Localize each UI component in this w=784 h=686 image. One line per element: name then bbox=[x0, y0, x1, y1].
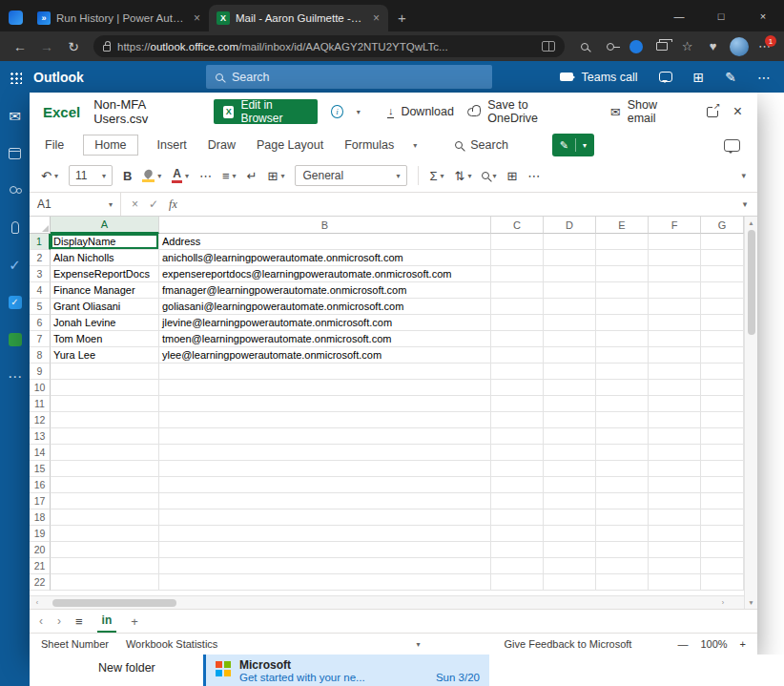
row-header-1[interactable]: 1 bbox=[30, 234, 51, 250]
cell-F8[interactable] bbox=[649, 347, 701, 364]
cell-A15[interactable] bbox=[51, 461, 159, 477]
cell-E5[interactable] bbox=[596, 299, 649, 315]
cell-C18[interactable] bbox=[491, 509, 544, 526]
row-header-10[interactable]: 10 bbox=[30, 380, 51, 396]
cell-G22[interactable] bbox=[701, 574, 744, 591]
cell-E1[interactable] bbox=[596, 234, 649, 250]
cell-D19[interactable] bbox=[544, 526, 596, 542]
cell-E11[interactable] bbox=[596, 396, 649, 412]
fill-color-button[interactable]: ▾ bbox=[142, 170, 161, 181]
cell-B14[interactable] bbox=[159, 445, 491, 461]
cell-C16[interactable] bbox=[491, 477, 544, 493]
cell-E6[interactable] bbox=[596, 315, 649, 331]
cell-G12[interactable] bbox=[701, 412, 744, 428]
cell-C11[interactable] bbox=[491, 396, 544, 412]
find-button[interactable]: ▾ bbox=[482, 172, 496, 180]
cell-B10[interactable] bbox=[159, 380, 491, 396]
row-header-11[interactable]: 11 bbox=[30, 396, 51, 412]
cell-G4[interactable] bbox=[701, 282, 744, 299]
cell-C10[interactable] bbox=[491, 380, 544, 396]
cell-A12[interactable] bbox=[51, 412, 159, 428]
cell-A16[interactable] bbox=[51, 477, 159, 493]
modal-close-icon[interactable]: × bbox=[732, 103, 744, 120]
row-header-21[interactable]: 21 bbox=[30, 558, 51, 574]
cell-B1[interactable]: Address bbox=[159, 234, 491, 250]
cell-F10[interactable] bbox=[649, 380, 701, 396]
cell-D15[interactable] bbox=[544, 461, 596, 477]
cell-D3[interactable] bbox=[544, 266, 596, 282]
cell-G3[interactable] bbox=[701, 266, 744, 282]
vertical-scrollbar[interactable]: ▲ ▼ bbox=[744, 217, 757, 609]
font-more-icon[interactable]: ⋯ bbox=[199, 169, 212, 183]
download-button[interactable]: ↓ Download bbox=[387, 105, 454, 118]
extension-icon[interactable] bbox=[624, 34, 648, 58]
cell-A21[interactable] bbox=[51, 558, 159, 574]
workspaces-icon[interactable] bbox=[9, 10, 23, 25]
cell-B13[interactable] bbox=[159, 428, 491, 445]
teams-call-button[interactable]: Teams call bbox=[560, 71, 637, 84]
browser-essentials-icon[interactable]: ♥ bbox=[701, 34, 725, 58]
cell-D1[interactable] bbox=[544, 234, 596, 250]
cell-A5[interactable]: Grant Oliasani bbox=[51, 299, 159, 315]
row-header-20[interactable]: 20 bbox=[30, 542, 51, 558]
cell-C20[interactable] bbox=[491, 542, 544, 558]
name-box[interactable]: A1 ▾ bbox=[30, 193, 121, 216]
cell-A2[interactable]: Alan Nicholls bbox=[51, 250, 159, 266]
cell-A19[interactable] bbox=[51, 526, 159, 542]
cell-D20[interactable] bbox=[544, 542, 596, 558]
cell-D11[interactable] bbox=[544, 396, 596, 412]
autosum-button[interactable]: Σ▾ bbox=[429, 169, 444, 183]
address-bar[interactable]: https://outlook.office.com/mail/inbox/id… bbox=[93, 35, 565, 57]
cell-A11[interactable] bbox=[51, 396, 159, 412]
cell-E16[interactable] bbox=[596, 477, 649, 493]
bold-button[interactable]: B bbox=[123, 169, 132, 183]
cell-F5[interactable] bbox=[649, 299, 701, 315]
cell-F21[interactable] bbox=[649, 558, 701, 574]
row-header-19[interactable]: 19 bbox=[30, 526, 51, 542]
chat-icon[interactable] bbox=[659, 72, 672, 82]
cell-F19[interactable] bbox=[649, 526, 701, 542]
horizontal-scroll-thumb[interactable] bbox=[52, 599, 176, 607]
cell-E15[interactable] bbox=[596, 461, 649, 477]
cell-A8[interactable]: Yura Lee bbox=[51, 347, 159, 364]
cell-G2[interactable] bbox=[701, 250, 744, 266]
feedback-link[interactable]: Give Feedback to Microsoft bbox=[505, 638, 632, 650]
formula-input[interactable] bbox=[188, 193, 732, 216]
app-launcher-icon[interactable] bbox=[0, 71, 30, 84]
row-header-16[interactable]: 16 bbox=[30, 477, 51, 493]
wrap-text-icon[interactable]: ↵ bbox=[247, 169, 258, 183]
cell-D22[interactable] bbox=[544, 574, 596, 591]
rail-more-icon[interactable]: ⋯ bbox=[7, 368, 24, 385]
cell-D21[interactable] bbox=[544, 558, 596, 574]
zoom-level[interactable]: 100% bbox=[700, 638, 727, 650]
cell-F3[interactable] bbox=[649, 266, 701, 282]
planner-icon[interactable]: ✓ bbox=[7, 294, 24, 310]
cell-B2[interactable]: anicholls@learningpowerautomate.onmicros… bbox=[159, 250, 491, 266]
cell-G18[interactable] bbox=[701, 509, 744, 526]
cell-B11[interactable] bbox=[159, 396, 491, 412]
ribbon-search[interactable]: Search bbox=[455, 138, 508, 152]
cell-B21[interactable] bbox=[159, 558, 491, 574]
cell-F2[interactable] bbox=[649, 250, 701, 266]
cell-E18[interactable] bbox=[596, 509, 649, 526]
cell-D10[interactable] bbox=[544, 380, 596, 396]
row-header-18[interactable]: 18 bbox=[30, 509, 51, 526]
todo-icon[interactable]: ✓ bbox=[7, 257, 24, 273]
cell-F20[interactable] bbox=[649, 542, 701, 558]
cell-E12[interactable] bbox=[596, 412, 649, 428]
cell-F4[interactable] bbox=[649, 282, 701, 299]
cell-B18[interactable] bbox=[159, 509, 491, 526]
outlook-search-input[interactable]: Search bbox=[206, 65, 492, 89]
back-icon[interactable]: ← bbox=[8, 39, 32, 54]
cell-G8[interactable] bbox=[701, 347, 744, 364]
cell-A14[interactable] bbox=[51, 445, 159, 461]
tab-close-icon[interactable]: × bbox=[191, 11, 203, 25]
insert-function-icon[interactable]: fx bbox=[169, 197, 177, 212]
horizontal-scrollbar[interactable]: ‹ › bbox=[30, 595, 744, 609]
column-header-D[interactable]: D bbox=[544, 217, 596, 234]
cell-A9[interactable] bbox=[51, 364, 159, 380]
browser-tab-power-automate[interactable]: » Run History | Power Automate × bbox=[30, 5, 209, 31]
cell-E8[interactable] bbox=[596, 347, 649, 364]
cell-D9[interactable] bbox=[544, 364, 596, 380]
row-header-7[interactable]: 7 bbox=[30, 331, 51, 347]
